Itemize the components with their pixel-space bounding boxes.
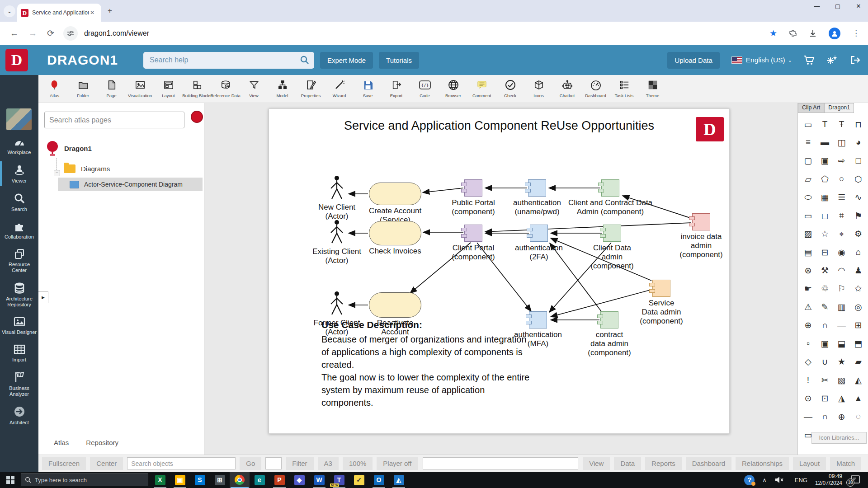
clipart-glyph[interactable]: ⬒ [850, 335, 867, 352]
taskbar-app-photos[interactable]: ◭ [389, 472, 409, 488]
search-icon[interactable] [300, 55, 310, 65]
search-objects-input[interactable] [127, 457, 236, 469]
sidebar-item-architecture-repository[interactable]: Architecture Repository [0, 277, 38, 312]
clipart-glyph[interactable]: ◠ [833, 262, 850, 279]
clipart-glyph[interactable]: ⚐ [833, 280, 850, 297]
toolbar-item-browser[interactable]: Browser [439, 75, 467, 98]
window-minimize-button[interactable]: — [812, 3, 822, 9]
clipart-tab[interactable]: Clip Art [798, 103, 824, 113]
fullscreen-button[interactable]: Fullscreen [42, 457, 86, 470]
clipart-glyph[interactable]: ⊛ [800, 262, 816, 279]
tray-chevron-up-icon[interactable]: ∧ [762, 477, 767, 483]
diagram-component[interactable] [464, 179, 482, 197]
taskbar-app-file-explorer[interactable]: ▣ [170, 472, 190, 488]
clipart-glyph[interactable]: ▭ [800, 207, 816, 224]
clipart-glyph[interactable]: ◕ [850, 134, 867, 151]
diagram-service-oval[interactable] [369, 292, 421, 318]
clipart-glyph[interactable]: ▰ [850, 353, 867, 371]
diagram-component[interactable] [464, 225, 482, 242]
sidebar-item-viewer[interactable]: Viewer [0, 160, 38, 188]
sign-out-icon[interactable] [850, 55, 861, 65]
clipart-glyph[interactable]: Ŧ [833, 116, 850, 133]
clipart-glyph[interactable]: ◌ [850, 408, 867, 425]
toolbar-item-model[interactable]: Model [268, 75, 297, 98]
sidebar-item-import[interactable]: Import [0, 339, 38, 367]
record-dot[interactable] [191, 111, 203, 123]
clipart-glyph[interactable]: ⚑ [850, 207, 867, 224]
help-search-input[interactable] [143, 52, 314, 69]
dashboard-panel-button[interactable]: Dashboard [686, 457, 731, 470]
toolbar-item-theme[interactable]: Theme [638, 75, 667, 98]
toolbar-item-folder[interactable]: Folder [69, 75, 97, 98]
toolbar-item-comment[interactable]: Comment [467, 75, 496, 98]
toolbar-item-task-lists[interactable]: Task Lists [610, 75, 638, 98]
clipart-glyph[interactable]: ▭ [800, 116, 816, 133]
clipart-glyph[interactable]: ✂ [816, 371, 833, 389]
taskbar-app-todo[interactable]: ✓ [349, 472, 369, 488]
sidebar-item-search[interactable]: Search [0, 188, 38, 216]
clipart-glyph[interactable]: ⊕ [833, 408, 850, 425]
browser-tab[interactable]: D Service and Application Compo ✕ [17, 4, 101, 22]
back-icon[interactable]: ← [10, 28, 19, 38]
diagram-component[interactable] [603, 225, 621, 242]
clipart-glyph[interactable]: ∩ [816, 408, 833, 425]
start-button[interactable] [0, 472, 21, 488]
dragon1-clipart-tab[interactable]: Dragon1 [824, 103, 854, 113]
upload-data-button[interactable]: Upload Data [667, 52, 719, 69]
toolbar-item-properties[interactable]: Properties [297, 75, 325, 98]
workspace-thumbnail[interactable] [6, 108, 32, 130]
clipart-glyph[interactable]: ◻ [816, 207, 833, 224]
reload-icon[interactable]: ⟳ [47, 28, 54, 38]
clipart-glyph[interactable]: ◫ [833, 134, 850, 151]
sidebar-item-visual-designer[interactable]: Visual Designer [0, 312, 38, 339]
url-text[interactable]: dragon1.com/viewer [84, 29, 769, 38]
diagram-service-oval[interactable] [369, 183, 421, 205]
zoom-level-button[interactable]: 100% [343, 457, 373, 470]
toolbar-item-atlas[interactable]: Atlas [40, 75, 69, 98]
clipart-glyph[interactable]: ⬓ [833, 335, 850, 352]
taskbar-app-excel[interactable]: X [150, 472, 170, 488]
clipart-glyph[interactable]: ○ [833, 170, 850, 188]
diagram-component[interactable] [530, 225, 548, 242]
panel-collapse-handle[interactable]: ► [38, 291, 48, 303]
clipart-glyph[interactable]: ▱ [800, 170, 816, 188]
icon-libraries-button[interactable]: Icon Libraries... [811, 432, 867, 444]
keyboard-language[interactable]: ENG [795, 477, 807, 483]
diagram-actor[interactable] [327, 291, 347, 317]
clipart-glyph[interactable]: ▣ [816, 152, 833, 169]
diagram-component[interactable] [652, 280, 670, 297]
tab-search-chevron-icon[interactable]: ⌄ [4, 5, 15, 17]
layout-panel-button[interactable]: Layout [793, 457, 826, 470]
sidebar-item-architect[interactable]: Architect [0, 401, 38, 430]
clipart-glyph[interactable]: — [833, 317, 850, 334]
clipart-glyph[interactable]: ✩ [850, 280, 867, 297]
forward-icon[interactable]: → [28, 28, 37, 38]
clipart-glyph[interactable]: T [816, 116, 833, 133]
clipart-glyph[interactable]: ⌗ [833, 207, 850, 224]
expert-mode-button[interactable]: Expert Mode [320, 52, 373, 69]
clipart-glyph[interactable]: ☆ [816, 225, 833, 243]
clipart-glyph[interactable]: ☛ [800, 280, 816, 297]
clipart-glyph[interactable]: ◇ [800, 353, 816, 371]
clipart-glyph[interactable]: ▬ [816, 134, 833, 151]
bookmark-star-icon[interactable]: ★ [769, 28, 777, 38]
clipart-glyph[interactable]: ∩ [816, 317, 833, 334]
taskbar-app-outlook[interactable]: O [369, 472, 389, 488]
taskbar-app-word[interactable]: W [309, 472, 329, 488]
tutorials-button[interactable]: Tutorials [379, 52, 419, 69]
diagram-actor[interactable] [327, 219, 347, 245]
new-tab-button[interactable]: + [105, 6, 115, 16]
clipart-glyph[interactable]: ⊕ [800, 317, 816, 334]
clipart-glyph[interactable]: ▨ [800, 225, 816, 243]
site-settings-icon[interactable] [63, 26, 78, 41]
paper-size-button[interactable]: A3 [318, 457, 339, 470]
diagram-service-oval[interactable] [369, 221, 421, 245]
clipart-glyph[interactable]: ★ [833, 353, 850, 371]
match-panel-button[interactable]: Match [830, 457, 861, 470]
clipart-glyph[interactable]: □ [850, 152, 867, 169]
help-tray-icon[interactable]: ? [744, 475, 755, 485]
clipart-glyph[interactable]: ▥ [833, 298, 850, 315]
clipart-glyph[interactable]: ▦ [816, 189, 833, 206]
taskbar-app-skype[interactable]: S [190, 472, 210, 488]
toolbar-item-wizard[interactable]: Wizard [325, 75, 354, 98]
